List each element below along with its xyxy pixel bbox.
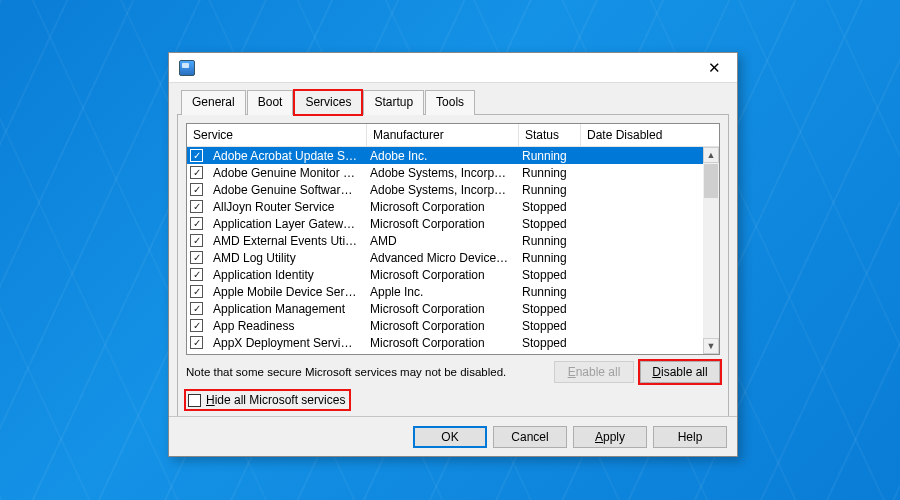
row-checkbox[interactable]: ✓ [190, 200, 203, 213]
enable-all-button: Enable all [554, 361, 634, 383]
checkbox-icon [188, 394, 201, 407]
row-checkbox[interactable]: ✓ [190, 166, 203, 179]
scrollbar[interactable]: ▲ ▼ [703, 147, 719, 354]
scroll-thumb[interactable] [704, 164, 718, 198]
tab-general[interactable]: General [181, 90, 246, 115]
scroll-down-icon[interactable]: ▼ [703, 338, 719, 354]
cell-service: Application Layer Gateway Service [207, 217, 364, 231]
cell-service: AMD External Events Utility [207, 234, 364, 248]
cell-manufacturer: Microsoft Corporation [364, 268, 516, 282]
cell-status: Stopped [516, 336, 578, 350]
cell-service: Application Management [207, 302, 364, 316]
cell-status: Stopped [516, 217, 578, 231]
cancel-button[interactable]: Cancel [493, 426, 567, 448]
row-checkbox[interactable]: ✓ [190, 319, 203, 332]
col-service[interactable]: Service [187, 124, 367, 146]
cell-manufacturer: Microsoft Corporation [364, 200, 516, 214]
cell-status: Stopped [516, 319, 578, 333]
cell-status: Running [516, 285, 578, 299]
col-status[interactable]: Status [519, 124, 581, 146]
table-row[interactable]: ✓Adobe Genuine Monitor ServiceAdobe Syst… [187, 164, 703, 181]
ok-button[interactable]: OK [413, 426, 487, 448]
row-checkbox[interactable]: ✓ [190, 149, 203, 162]
cell-manufacturer: Adobe Inc. [364, 149, 516, 163]
cell-status: Running [516, 149, 578, 163]
services-rows: ✓Adobe Acrobat Update ServiceAdobe Inc.R… [187, 147, 703, 354]
col-date-disabled[interactable]: Date Disabled [581, 124, 673, 146]
row-checkbox[interactable]: ✓ [190, 285, 203, 298]
row-checkbox[interactable]: ✓ [190, 302, 203, 315]
row-checkbox[interactable]: ✓ [190, 251, 203, 264]
app-icon [179, 60, 195, 76]
table-row[interactable]: ✓Apple Mobile Device ServiceApple Inc.Ru… [187, 283, 703, 300]
cell-service: AppX Deployment Service (AppX... [207, 336, 364, 350]
tabstrip: General Boot Services Startup Tools [169, 83, 737, 114]
scroll-up-icon[interactable]: ▲ [703, 147, 719, 163]
table-row[interactable]: ✓Application Layer Gateway ServiceMicros… [187, 215, 703, 232]
table-row[interactable]: ✓App ReadinessMicrosoft CorporationStopp… [187, 317, 703, 334]
cell-status: Running [516, 234, 578, 248]
column-headers: Service Manufacturer Status Date Disable… [187, 124, 719, 147]
cell-status: Running [516, 183, 578, 197]
cell-manufacturer: Apple Inc. [364, 285, 516, 299]
services-listbox: Service Manufacturer Status Date Disable… [186, 123, 720, 355]
cell-service: AMD Log Utility [207, 251, 364, 265]
cell-service: Adobe Acrobat Update Service [207, 149, 364, 163]
msconfig-dialog: ✕ General Boot Services Startup Tools Se… [168, 52, 738, 457]
help-button[interactable]: Help [653, 426, 727, 448]
cell-manufacturer: Microsoft Corporation [364, 319, 516, 333]
services-panel: Service Manufacturer Status Date Disable… [177, 114, 729, 418]
col-manufacturer[interactable]: Manufacturer [367, 124, 519, 146]
row-checkbox[interactable]: ✓ [190, 268, 203, 281]
cell-service: Apple Mobile Device Service [207, 285, 364, 299]
row-checkbox[interactable]: ✓ [190, 336, 203, 349]
table-row[interactable]: ✓AppX Deployment Service (AppX...Microso… [187, 334, 703, 351]
tab-services[interactable]: Services [294, 90, 362, 115]
table-row[interactable]: ✓Application IdentityMicrosoft Corporati… [187, 266, 703, 283]
table-row[interactable]: ✓AMD External Events UtilityAMDRunning [187, 232, 703, 249]
disable-all-button[interactable]: Disable all [640, 361, 720, 383]
cell-manufacturer: Adobe Systems, Incorpora... [364, 166, 516, 180]
dialog-buttons: OK Cancel Apply Help [169, 416, 737, 456]
cell-manufacturer: Microsoft Corporation [364, 217, 516, 231]
row-checkbox[interactable]: ✓ [190, 234, 203, 247]
tab-startup[interactable]: Startup [363, 90, 424, 115]
apply-button[interactable]: Apply [573, 426, 647, 448]
table-row[interactable]: ✓AllJoyn Router ServiceMicrosoft Corpora… [187, 198, 703, 215]
row-checkbox[interactable]: ✓ [190, 217, 203, 230]
cell-manufacturer: AMD [364, 234, 516, 248]
table-row[interactable]: ✓AMD Log UtilityAdvanced Micro Devices, … [187, 249, 703, 266]
cell-manufacturer: Microsoft Corporation [364, 302, 516, 316]
cell-status: Running [516, 251, 578, 265]
cell-status: Stopped [516, 302, 578, 316]
table-row[interactable]: ✓Application ManagementMicrosoft Corpora… [187, 300, 703, 317]
row-checkbox[interactable]: ✓ [190, 183, 203, 196]
hide-microsoft-checkbox[interactable]: Hide all Microsoft services [186, 391, 349, 409]
cell-service: App Readiness [207, 319, 364, 333]
tab-tools[interactable]: Tools [425, 90, 475, 115]
cell-status: Stopped [516, 268, 578, 282]
cell-manufacturer: Microsoft Corporation [364, 336, 516, 350]
table-row[interactable]: ✓Adobe Genuine Software Integri...Adobe … [187, 181, 703, 198]
cell-service: Adobe Genuine Software Integri... [207, 183, 364, 197]
titlebar: ✕ [169, 53, 737, 83]
cell-service: Application Identity [207, 268, 364, 282]
cell-service: Adobe Genuine Monitor Service [207, 166, 364, 180]
tab-boot[interactable]: Boot [247, 90, 294, 115]
cell-service: AllJoyn Router Service [207, 200, 364, 214]
close-button[interactable]: ✕ [702, 57, 727, 79]
table-row[interactable]: ✓Adobe Acrobat Update ServiceAdobe Inc.R… [187, 147, 703, 164]
note-text: Note that some secure Microsoft services… [186, 366, 506, 378]
cell-status: Stopped [516, 200, 578, 214]
cell-manufacturer: Advanced Micro Devices, I... [364, 251, 516, 265]
cell-status: Running [516, 166, 578, 180]
cell-manufacturer: Adobe Systems, Incorpora... [364, 183, 516, 197]
